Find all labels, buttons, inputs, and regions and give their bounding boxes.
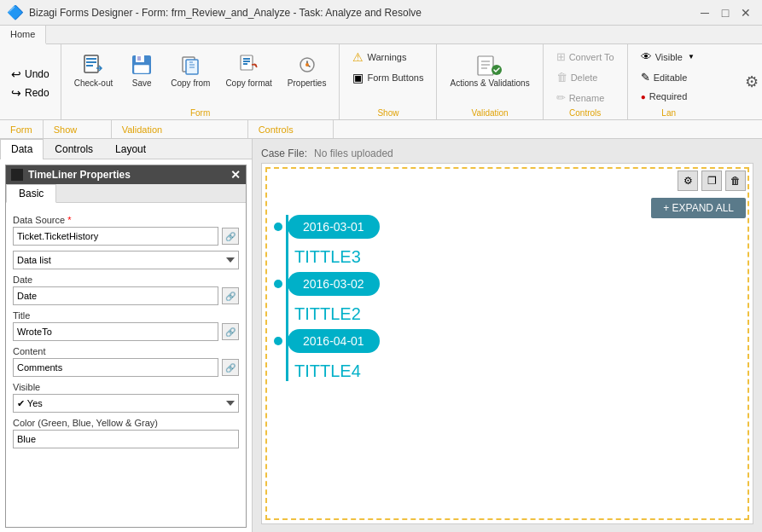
convertto-label: Convert To [569, 52, 614, 62]
props-body: Data Source 🔗 Data list Date 🔗 [6, 203, 246, 455]
ribbon-group-lang-items: 👁 Visible ▼ ✎ Editable ● Required [635, 48, 703, 107]
delete-label: Delete [571, 72, 598, 83]
date-input[interactable] [13, 286, 218, 305]
datasource-input[interactable] [13, 227, 218, 246]
formbuttons-button[interactable]: ▣ Form Buttons [346, 68, 429, 87]
datasource-row: 🔗 [13, 227, 239, 246]
undo-icon: ↩ [11, 67, 21, 81]
timeline-item-2: 2016-03-02 [288, 272, 744, 296]
panel-tab-controls[interactable]: Controls [44, 139, 104, 159]
timeline-title-3: TITTLE4 [294, 361, 744, 381]
section-validation-label: Validation [112, 120, 248, 138]
color-row [13, 430, 239, 448]
redo-button[interactable]: ↪ Redo [7, 84, 54, 101]
content-link-button[interactable]: 🔗 [222, 359, 239, 376]
ribbon-group-form-items: Check-out Save Copy from [68, 48, 333, 107]
maximize-button[interactable]: □ [716, 3, 735, 22]
timeline-item-3: 2016-04-01 [288, 329, 744, 353]
warnings-button[interactable]: ⚠ Warnings [346, 48, 415, 66]
timeline-dot-1 [274, 223, 282, 231]
minimize-button[interactable]: ─ [695, 3, 714, 22]
svg-rect-3 [86, 65, 93, 66]
delete-button[interactable]: 🗑 Delete [550, 68, 619, 86]
ribbon: Home ↩ Undo ↪ Redo Check-out [0, 26, 762, 120]
color-label: Color (Green, Blue, Yellow & Gray) [13, 418, 239, 428]
content-input[interactable] [13, 358, 218, 377]
timeline-line [286, 215, 288, 381]
actionsvalidations-button[interactable]: Actions & Validations [444, 48, 535, 91]
title-label: Title [13, 310, 239, 321]
copyfrom-button[interactable]: Copy from [165, 48, 216, 91]
title-bar: 🔷 Bizagi Forms Designer - Form: frm_Revi… [0, 0, 762, 26]
required-toggle[interactable]: ● Required [635, 89, 703, 104]
date-label: Date [13, 275, 239, 285]
datalist-select[interactable]: Data list [13, 251, 239, 269]
content-label: Content [13, 346, 239, 356]
visible-row: ✔ Yes No [13, 394, 239, 413]
timeline-date-3: 2016-04-01 [288, 329, 380, 353]
props-title-text: TimeLiner Properties [28, 169, 131, 181]
ribbon-group-validation-items: Actions & Validations [444, 48, 535, 107]
datasource-link-button[interactable]: 🔗 [222, 228, 239, 245]
timeline-dot-3 [274, 337, 282, 345]
form-canvas: ⚙ ❐ 🗑 + EXPAND ALL 2016-03-01 TITTLE3 [261, 163, 753, 524]
props-inner-tabs: Basic [6, 184, 246, 203]
copyformat-icon [236, 51, 263, 78]
svg-rect-12 [243, 61, 250, 62]
properties-button[interactable]: Properties [282, 48, 333, 91]
ribbon-settings-icon[interactable]: ⚙ [745, 72, 759, 91]
checkout-button[interactable]: Check-out [68, 48, 119, 91]
editable-toggle[interactable]: ✎ Editable [635, 68, 703, 86]
props-tab-basic[interactable]: Basic [6, 184, 56, 203]
case-file-label: Case File: [261, 147, 307, 159]
canvas-settings-button[interactable]: ⚙ [678, 171, 698, 191]
visible-toggle[interactable]: 👁 Visible ▼ [635, 48, 703, 66]
copyformat-button[interactable]: Copy format [219, 48, 277, 91]
app-icon: 🔷 [7, 4, 24, 20]
rename-icon: ✏ [556, 91, 566, 104]
warnings-label: Warnings [367, 52, 406, 62]
datalist-row: Data list [13, 251, 239, 269]
copyfrom-label: Copy from [171, 78, 210, 88]
panel-tab-layout[interactable]: Layout [104, 139, 157, 159]
props-close-button[interactable]: ✕ [230, 168, 241, 182]
save-button[interactable]: Save [122, 48, 161, 91]
convertto-icon: ⊞ [556, 50, 566, 63]
canvas-copy-button[interactable]: ❐ [701, 171, 722, 191]
date-link-button[interactable]: 🔗 [222, 287, 239, 304]
panel-tabs: Data Controls Layout [0, 139, 252, 159]
timeline-dot-2 [274, 280, 282, 288]
ribbon-tab-home[interactable]: Home [0, 26, 46, 44]
color-input[interactable] [13, 430, 239, 448]
canvas-delete-button[interactable]: 🗑 [725, 171, 746, 191]
ribbon-group-show: ⚠ Warnings ▣ Form Buttons Show [340, 44, 437, 119]
title-link-button[interactable]: 🔗 [222, 323, 239, 340]
timeline-title-1: TITTLE3 [294, 247, 744, 267]
date-row: 🔗 [13, 286, 239, 305]
rename-button[interactable]: ✏ Rename [550, 89, 619, 107]
ribbon-group-controls-items: ⊞ Convert To 🗑 Delete ✏ Rename [550, 48, 620, 107]
timeline-date-1: 2016-03-01 [288, 215, 380, 239]
canvas-area: Case File: No files uploaded ⚙ ❐ 🗑 + EXP… [253, 139, 762, 532]
svg-rect-7 [134, 65, 149, 73]
convertto-button[interactable]: ⊞ Convert To [550, 48, 620, 66]
ribbon-tabs: Home [0, 26, 762, 44]
left-panel: Data Controls Layout TimeLiner Propertie… [0, 139, 253, 532]
delete-icon: 🗑 [556, 71, 567, 84]
panel-tab-data[interactable]: Data [0, 139, 44, 159]
editable-label: Editable [654, 72, 688, 83]
close-button[interactable]: ✕ [736, 3, 755, 22]
svg-rect-10 [241, 55, 253, 70]
title-input[interactable] [13, 322, 218, 341]
redo-icon: ↪ [11, 86, 21, 100]
undo-button[interactable]: ↩ Undo [7, 66, 54, 83]
svg-rect-1 [86, 58, 96, 60]
form-group-label: Form [68, 107, 333, 118]
checkout-icon [79, 51, 107, 78]
section-bar: Form Show Validation Controls [0, 120, 762, 139]
timeline: 2016-03-01 TITTLE3 2016-03-02 TITTLE2 20… [270, 215, 744, 381]
svg-rect-11 [243, 58, 250, 60]
props-window: TimeLiner Properties ✕ Basic Data Source… [5, 165, 247, 528]
visible-select[interactable]: ✔ Yes No [13, 394, 239, 413]
formbuttons-icon: ▣ [352, 71, 364, 84]
